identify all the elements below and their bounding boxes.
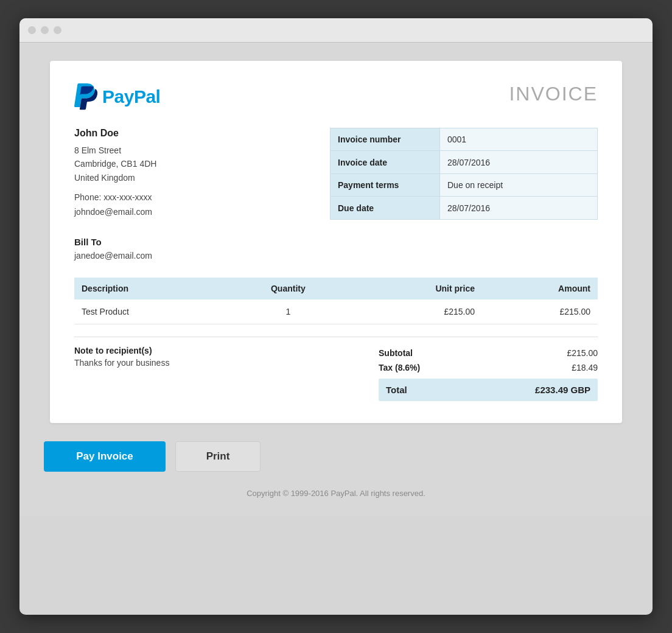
paypal-pal: Pal xyxy=(134,86,161,107)
tax-label: Tax (8.6%) xyxy=(379,363,444,372)
address-line1: 8 Elm Street xyxy=(74,145,121,155)
invoice-meta-table: Invoice number 0001 Invoice date 28/07/2… xyxy=(330,128,598,220)
invoice-header: PayPal INVOICE xyxy=(74,83,598,111)
col-description: Description xyxy=(74,278,228,299)
note-section: Note to recipient(s) Thanks for your bus… xyxy=(74,346,379,368)
invoice-title: INVOICE xyxy=(509,83,598,105)
subtotal-value: £215.00 xyxy=(567,348,598,358)
meta-label-invoice-number: Invoice number xyxy=(331,128,440,151)
table-row: Test Product 1 £215.00 £215.00 xyxy=(74,299,598,324)
meta-value-payment-terms: Due on receipt xyxy=(440,173,598,196)
subtotal-row: Subtotal £215.00 xyxy=(379,346,598,360)
totals-section: Subtotal £215.00 Tax (8.6%) £18.49 Total… xyxy=(379,346,598,401)
col-quantity: Quantity xyxy=(228,278,349,299)
meta-label-payment-terms: Payment terms xyxy=(331,173,440,196)
meta-value-invoice-date: 28/07/2016 xyxy=(440,151,598,173)
item-amount: £215.00 xyxy=(482,299,598,324)
phone-label: Phone: xyxy=(74,192,101,202)
meta-label-due-date: Due date xyxy=(331,197,440,219)
meta-row-due-date: Due date 28/07/2016 xyxy=(331,197,598,219)
address-line3: United Kingdom xyxy=(74,173,135,183)
col-unit-price: Unit price xyxy=(349,278,482,299)
phone-value: xxx-xxx-xxxx xyxy=(103,192,152,202)
traffic-lights xyxy=(28,26,61,34)
paypal-p-icon xyxy=(74,83,97,111)
titlebar xyxy=(19,18,653,43)
spacer-row xyxy=(74,324,598,337)
bill-to-email: janedoe@email.com xyxy=(74,251,598,261)
action-buttons: Pay Invoice Print xyxy=(44,441,261,472)
print-button[interactable]: Print xyxy=(175,441,261,472)
window-content: PayPal INVOICE John Doe 8 Elm Street Cam… xyxy=(19,43,653,516)
maximize-button[interactable] xyxy=(54,26,61,34)
meta-row-invoice-number: Invoice number 0001 xyxy=(331,128,598,151)
paypal-pay: Pay xyxy=(102,86,134,107)
note-label: Note to recipient(s) xyxy=(74,346,366,355)
minimize-button[interactable] xyxy=(41,26,49,34)
item-unit-price: £215.00 xyxy=(349,299,482,324)
meta-label-invoice-date: Invoice date xyxy=(331,151,440,173)
note-text: Thanks for your business xyxy=(74,358,366,368)
sender-email: johndoe@email.com xyxy=(74,207,152,217)
paypal-wordmark: PayPal xyxy=(102,86,160,107)
footer-copyright: Copyright © 1999-2016 PayPal. All rights… xyxy=(247,489,425,498)
invoice-card: PayPal INVOICE John Doe 8 Elm Street Cam… xyxy=(50,61,622,423)
bill-to-label: Bill To xyxy=(74,237,598,247)
sender-contact: Phone: xxx-xxx-xxxx johndoe@email.com xyxy=(74,191,330,220)
meta-row-payment-terms: Payment terms Due on receipt xyxy=(331,173,598,196)
bill-to-section: Bill To janedoe@email.com xyxy=(74,237,598,261)
item-quantity: 1 xyxy=(228,299,349,324)
subtotal-label: Subtotal xyxy=(379,348,437,358)
meta-value-invoice-number: 0001 xyxy=(440,128,598,151)
item-description: Test Product xyxy=(74,299,228,324)
paypal-logo: PayPal xyxy=(74,83,160,111)
total-label: Total xyxy=(386,385,407,395)
sender-address: 8 Elm Street Cambridge, CB1 4DH United K… xyxy=(74,144,330,184)
pay-invoice-button[interactable]: Pay Invoice xyxy=(44,441,166,472)
invoice-footer: Note to recipient(s) Thanks for your bus… xyxy=(74,337,598,401)
close-button[interactable] xyxy=(28,26,36,34)
items-table: Description Quantity Unit price Amount T… xyxy=(74,278,598,337)
total-value: £233.49 GBP xyxy=(535,385,590,395)
sender-name: John Doe xyxy=(74,128,330,139)
tax-row: Tax (8.6%) £18.49 xyxy=(379,360,598,375)
table-header-row: Description Quantity Unit price Amount xyxy=(74,278,598,299)
tax-value: £18.49 xyxy=(572,363,598,372)
col-amount: Amount xyxy=(482,278,598,299)
meta-value-due-date: 28/07/2016 xyxy=(440,197,598,219)
total-final-row: Total £233.49 GBP xyxy=(379,379,598,401)
app-window: PayPal INVOICE John Doe 8 Elm Street Cam… xyxy=(19,18,653,615)
sender-info: John Doe 8 Elm Street Cambridge, CB1 4DH… xyxy=(74,128,330,220)
address-line2: Cambridge, CB1 4DH xyxy=(74,159,156,169)
meta-row-invoice-date: Invoice date 28/07/2016 xyxy=(331,151,598,173)
invoice-info: John Doe 8 Elm Street Cambridge, CB1 4DH… xyxy=(74,128,598,220)
